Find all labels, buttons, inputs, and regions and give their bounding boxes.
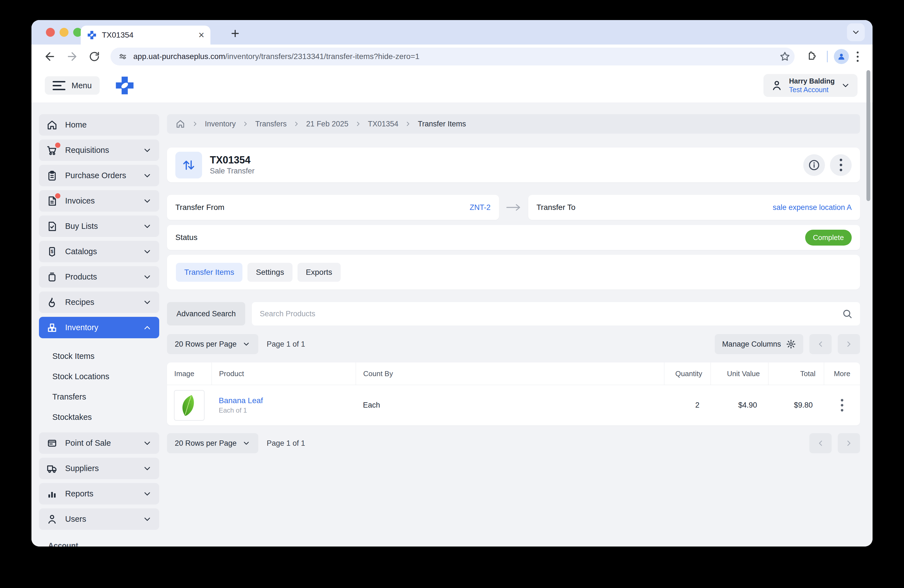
sidebar-subitem-stock-items[interactable]: Stock Items: [52, 346, 159, 367]
more-actions-button[interactable]: [830, 154, 852, 176]
search-input[interactable]: [259, 309, 842, 318]
bookmark-star-icon[interactable]: [779, 51, 791, 62]
chevron-right-icon: [355, 120, 362, 128]
screen: TX01354 × + app.uat-purchaseplus.com/inv…: [0, 0, 904, 588]
previous-page-button[interactable]: [809, 334, 831, 354]
transfer-icon: [175, 152, 202, 179]
sidebar-item-invoices[interactable]: Invoices: [39, 190, 159, 212]
breadcrumb-item[interactable]: Transfers: [255, 120, 287, 128]
price-tag-icon: $: [46, 246, 58, 258]
sidebar-item-label: Requisitions: [65, 145, 109, 155]
advanced-search-button[interactable]: Advanced Search: [167, 302, 245, 326]
tab-exports[interactable]: Exports: [297, 263, 341, 282]
product-image: [174, 390, 205, 420]
extensions-icon[interactable]: [801, 46, 821, 66]
tab-search-button[interactable]: [847, 24, 865, 41]
sidebar-item-buy-lists[interactable]: Buy Lists: [39, 215, 159, 237]
sidebar-subitem-transfers[interactable]: Transfers: [52, 387, 159, 407]
chevron-down-icon: [242, 439, 250, 447]
sidebar-item-label: Inventory: [65, 323, 98, 332]
user-account-menu[interactable]: Harry Balding Test Account: [763, 74, 858, 97]
next-page-button[interactable]: [838, 334, 860, 354]
home-icon: [46, 119, 58, 131]
back-button[interactable]: [40, 46, 60, 66]
browser-tab[interactable]: TX01354 ×: [81, 25, 210, 44]
sidebar-item-products[interactable]: Products: [39, 266, 159, 288]
sidebar-item-catalogs[interactable]: $ Catalogs: [39, 241, 159, 262]
rows-per-page-select[interactable]: 20 Rows per Page: [167, 334, 258, 354]
svg-text:$: $: [51, 249, 54, 254]
tab-transfer-items[interactable]: Transfer Items: [176, 263, 242, 282]
sidebar-item-recipes[interactable]: Recipes: [39, 291, 159, 313]
chevron-down-icon: [142, 489, 152, 499]
chevron-up-icon: [142, 323, 152, 332]
window-controls: [46, 28, 82, 37]
breadcrumb-item[interactable]: TX01354: [368, 120, 398, 128]
scrollbar-thumb[interactable]: [866, 70, 870, 201]
next-page-button[interactable]: [838, 433, 860, 453]
chevron-left-icon: [816, 340, 825, 349]
chevron-right-icon: [844, 340, 853, 349]
info-icon: [808, 159, 820, 171]
chevron-down-icon: [142, 438, 152, 448]
reload-button[interactable]: [84, 46, 104, 66]
sidebar-subitem-stock-locations[interactable]: Stock Locations: [52, 367, 159, 387]
product-image-cell: [167, 390, 212, 420]
forward-button[interactable]: [62, 46, 82, 66]
tab-close-icon[interactable]: ×: [198, 30, 204, 40]
rows-per-page-label: 20 Rows per Page: [175, 340, 237, 349]
chevron-right-icon: [191, 120, 199, 128]
url-bar[interactable]: app.uat-purchaseplus.com/inventory/trans…: [111, 47, 795, 65]
menu-button[interactable]: Menu: [45, 76, 100, 95]
chevron-left-icon: [816, 439, 825, 448]
product-cell: Banana Leaf Each of 1: [212, 396, 356, 415]
column-header-count-by: Count By: [356, 362, 664, 385]
column-header-product: Product: [212, 362, 356, 385]
sidebar-subitem-stocktakes[interactable]: Stocktakes: [52, 407, 159, 427]
transfer-to-link[interactable]: sale expense location A: [773, 203, 852, 212]
manage-columns-button[interactable]: Manage Columns: [715, 334, 803, 354]
info-button[interactable]: [803, 154, 825, 176]
transfer-from-link[interactable]: ZNT-2: [469, 203, 490, 212]
breadcrumb-item[interactable]: 21 Feb 2025: [306, 120, 348, 128]
tab-title: TX01354: [102, 31, 193, 40]
column-header-more: More: [824, 362, 860, 385]
sidebar-item-requisitions[interactable]: Requisitions: [39, 139, 159, 161]
new-tab-button[interactable]: +: [226, 24, 244, 42]
clipboard-icon: [46, 170, 58, 182]
sidebar-item-users[interactable]: Users: [39, 508, 159, 530]
notification-badge: [55, 142, 60, 148]
sidebar-item-inventory[interactable]: Inventory: [39, 317, 159, 338]
user-info: Harry Balding Test Account: [789, 77, 835, 94]
table-row: Banana Leaf Each of 1 Each 2 $4.90 $9.80: [167, 385, 860, 425]
breadcrumb-item[interactable]: Inventory: [205, 120, 236, 128]
search-row: Advanced Search: [167, 302, 860, 326]
previous-page-button[interactable]: [809, 433, 831, 453]
sidebar-item-reports[interactable]: Reports: [39, 483, 159, 504]
browser-menu-icon[interactable]: [851, 52, 864, 62]
sidebar-item-label: Recipes: [65, 298, 94, 307]
checklist-icon: [46, 220, 58, 232]
minimize-window-button[interactable]: [60, 28, 68, 37]
chevron-down-icon: [841, 81, 850, 90]
chevron-down-icon: [142, 247, 152, 256]
product-link[interactable]: Banana Leaf: [219, 396, 356, 406]
sidebar-item-point-of-sale[interactable]: Point of Sale: [39, 432, 159, 454]
arrow-right-icon: [499, 195, 528, 220]
purchaseplus-logo-icon[interactable]: [114, 75, 135, 96]
home-icon[interactable]: [175, 119, 185, 129]
rows-per-page-select[interactable]: 20 Rows per Page: [167, 433, 258, 453]
sidebar-item-label: Reports: [65, 489, 93, 498]
site-info-icon[interactable]: [118, 52, 128, 62]
sidebar-item-home[interactable]: Home: [39, 114, 159, 136]
row-more-button[interactable]: [824, 396, 860, 414]
sidebar-item-suppliers[interactable]: Suppliers: [39, 458, 159, 479]
sidebar-item-purchase-orders[interactable]: Purchase Orders: [39, 165, 159, 186]
transfer-from-label: Transfer From: [175, 203, 224, 212]
profile-avatar[interactable]: [834, 49, 849, 64]
tab-settings[interactable]: Settings: [247, 263, 292, 282]
close-window-button[interactable]: [46, 28, 55, 37]
chevron-right-icon: [242, 120, 249, 128]
chevron-down-icon: [142, 514, 152, 524]
chevron-down-icon: [142, 464, 152, 473]
